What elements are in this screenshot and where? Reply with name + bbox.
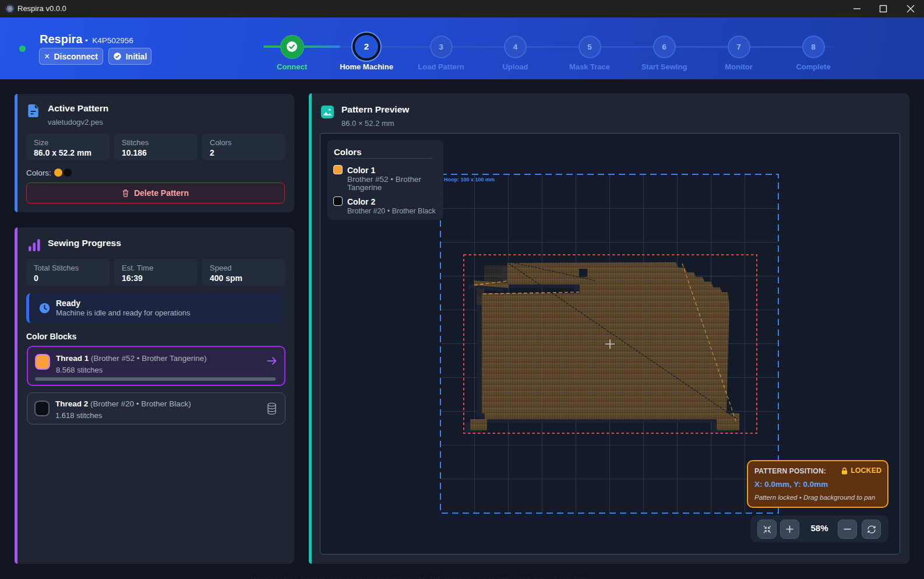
svg-text:Hoop: 100 x 100 mm: Hoop: 100 x 100 mm [444,177,495,183]
